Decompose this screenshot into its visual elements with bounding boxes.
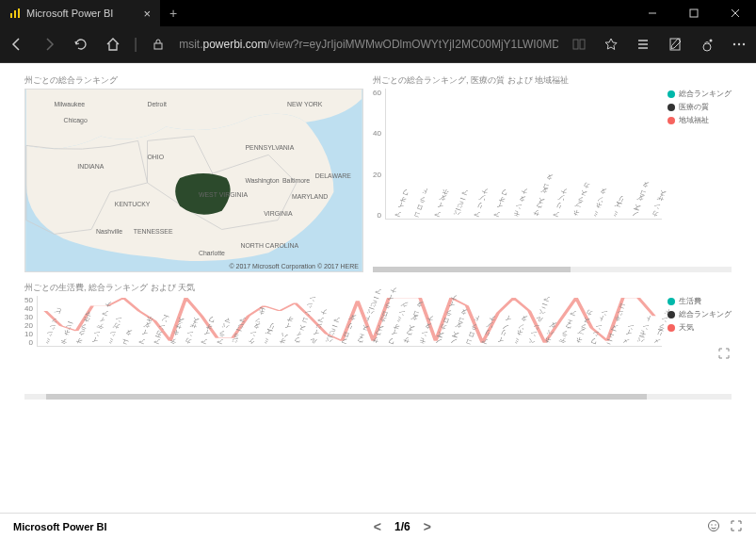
svg-point-38: [709, 520, 719, 531]
refresh-button[interactable]: [70, 33, 92, 56]
svg-text:NORTH CAROLINA: NORTH CAROLINA: [240, 242, 298, 249]
chart2-legend: 生活費総合ランキング天気: [662, 296, 732, 347]
maximize-button[interactable]: [673, 0, 715, 26]
svg-text:WEST VIRGINIA: WEST VIRGINIA: [199, 191, 248, 198]
forward-button: [38, 33, 60, 56]
chart2-plot[interactable]: ミシシッピテネシーオクラホマインディアナミシガンユタアイダホアーカンソーテキサス…: [37, 296, 662, 347]
svg-text:TENNESSEE: TENNESSEE: [134, 228, 173, 235]
chart1-scrollbar[interactable]: [373, 267, 732, 272]
svg-rect-2: [18, 8, 20, 18]
svg-text:Chicago: Chicago: [63, 117, 87, 124]
svg-point-39: [711, 524, 712, 525]
favorite-icon[interactable]: [600, 33, 622, 56]
svg-point-14: [703, 43, 711, 51]
prev-page-button[interactable]: <: [374, 519, 381, 534]
address-bar[interactable]: msit.powerbi.com/view?r=eyJrIjoiMWMwODlm…: [179, 38, 558, 51]
bar-chart-2[interactable]: 州ごとの生活費, 総合ランキング および 天気 50403020100 ミシシッ…: [24, 282, 732, 400]
hub-icon[interactable]: [632, 33, 654, 56]
map-canvas[interactable]: MilwaukeeChicagoDetroitOHIOINDIANAKENTUC…: [24, 89, 363, 272]
svg-text:NEW YORK: NEW YORK: [287, 101, 323, 107]
notes-icon[interactable]: [664, 33, 686, 56]
minimize-button[interactable]: [632, 0, 673, 26]
page-indicator: 1/6: [394, 520, 410, 533]
svg-rect-8: [573, 40, 578, 49]
svg-text:VIRGINIA: VIRGINIA: [264, 210, 293, 217]
new-tab-button[interactable]: +: [160, 6, 186, 21]
svg-point-15: [710, 40, 713, 42]
bar1-title: 州ごとの総合ランキング, 医療の質 および 地域福祉: [373, 74, 732, 87]
svg-text:PENNSYLVANIA: PENNSYLVANIA: [245, 144, 294, 151]
svg-rect-7: [154, 43, 162, 49]
svg-rect-9: [580, 40, 585, 49]
chart1-legend: 総合ランキング医療の質地域福祉: [662, 89, 732, 220]
svg-text:KENTUCKY: KENTUCKY: [115, 201, 151, 207]
map-title: 州ごとの総合ランキング: [24, 74, 363, 87]
svg-text:Milwaukee: Milwaukee: [55, 101, 86, 107]
url-host: powerbi.com: [203, 38, 267, 51]
reading-view-icon[interactable]: [568, 33, 590, 56]
more-icon[interactable]: [728, 33, 750, 56]
browser-tab[interactable]: Microsoft Power BI ×: [0, 0, 160, 26]
tab-title: Microsoft Power BI: [26, 8, 113, 19]
svg-point-18: [743, 43, 745, 45]
footer-brand: Microsoft Power BI: [13, 521, 107, 532]
svg-text:Nashville: Nashville: [96, 228, 122, 235]
smiley-feedback-icon[interactable]: [707, 519, 720, 534]
chart1-yaxis: 6040200: [373, 89, 385, 220]
svg-text:Charlotte: Charlotte: [199, 250, 225, 256]
chart1-plot[interactable]: アイオワコロラドアイダホバージニアアリゾナアイオワモンタナサウスダコタアリゾナネ…: [385, 89, 662, 220]
map-visual[interactable]: 州ごとの総合ランキング MilwaukeeChicagoDetroitOHIOI…: [24, 74, 363, 272]
powerbi-favicon-icon: [9, 8, 21, 19]
svg-rect-0: [10, 13, 12, 18]
svg-point-16: [733, 43, 735, 45]
svg-point-40: [715, 524, 716, 525]
svg-text:OHIO: OHIO: [148, 154, 165, 160]
svg-point-17: [738, 43, 740, 45]
svg-text:DELAWARE: DELAWARE: [315, 172, 352, 179]
svg-text:Baltimore: Baltimore: [282, 177, 310, 184]
svg-text:INDIANA: INDIANA: [77, 163, 104, 170]
svg-rect-4: [690, 9, 698, 17]
url-prefix: msit.: [179, 38, 202, 51]
url-path: /view?r=eyJrIjoiMWMwODlmOWYtYjI2MC00MjY1…: [267, 38, 558, 51]
svg-text:Detroit: Detroit: [148, 101, 167, 107]
close-tab-icon[interactable]: ×: [143, 7, 151, 21]
chart2-yaxis: 50403020100: [24, 296, 37, 347]
fullscreen-icon[interactable]: [730, 519, 743, 534]
svg-text:Washington: Washington: [245, 177, 279, 185]
back-button[interactable]: [6, 33, 28, 56]
chart2-scrollbar[interactable]: [24, 394, 732, 400]
svg-text:MARYLAND: MARYLAND: [292, 193, 328, 200]
svg-rect-1: [14, 10, 16, 18]
home-button[interactable]: [102, 33, 124, 56]
focus-mode-icon[interactable]: [718, 348, 730, 361]
lock-icon: [147, 33, 169, 56]
share-icon[interactable]: [696, 33, 718, 56]
map-credits: © 2017 Microsoft Corporation © 2017 HERE: [229, 263, 359, 270]
close-window-button[interactable]: [715, 0, 756, 26]
bar-chart-1[interactable]: 州ごとの総合ランキング, 医療の質 および 地域福祉 6040200 アイオワコ…: [373, 74, 732, 272]
next-page-button[interactable]: >: [424, 519, 431, 534]
